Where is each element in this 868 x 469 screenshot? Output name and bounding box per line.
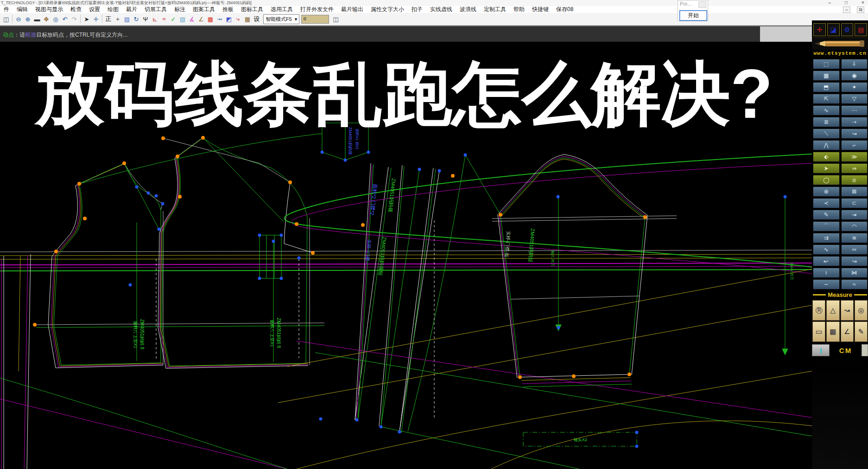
curve-point[interactable] xyxy=(464,154,467,157)
pattern-line[interactable] xyxy=(80,134,322,184)
pattern-line[interactable] xyxy=(500,156,646,216)
grade-point[interactable] xyxy=(54,250,58,253)
curve-point[interactable] xyxy=(258,277,261,280)
menu-item[interactable]: 裁片 xyxy=(122,6,141,13)
pattern-line[interactable] xyxy=(19,256,20,371)
sidebar-tool[interactable]: ∼ xyxy=(813,279,840,289)
grade-point[interactable] xyxy=(178,195,182,199)
curve-point[interactable] xyxy=(635,445,639,448)
sidebar-tool[interactable]: ✦ xyxy=(841,82,868,92)
toolbar-button-hatch[interactable]: ▧ xyxy=(178,14,187,24)
toolbar-button-save[interactable]: ◫ xyxy=(1,14,11,24)
curve-point[interactable] xyxy=(398,430,401,434)
curve-point[interactable] xyxy=(147,192,150,195)
menu-item[interactable]: 扣子 xyxy=(408,6,426,13)
toolbar-button-grid[interactable]: ▦ xyxy=(243,14,252,24)
sidebar-tool[interactable]: ⇒ xyxy=(841,163,868,173)
toolbar-button-flip[interactable]: ⤞ xyxy=(215,14,224,24)
pattern-line[interactable] xyxy=(203,138,284,222)
menu-item[interactable]: 检查 xyxy=(67,6,85,13)
grade-point[interactable] xyxy=(627,373,631,376)
minimize-button[interactable]: – xyxy=(826,0,833,6)
toolbar-button-settings[interactable]: 设 xyxy=(252,14,261,24)
sidebar-tool[interactable]: ✎ xyxy=(813,210,840,220)
start-button[interactable]: 开始 xyxy=(679,10,707,21)
menu-item[interactable]: 切展工具 xyxy=(141,6,171,13)
pattern-line[interactable] xyxy=(465,155,501,215)
close-button[interactable]: × xyxy=(860,0,866,6)
curve-point[interactable] xyxy=(557,326,560,329)
toolbar-button-move[interactable]: ✛ xyxy=(91,14,101,24)
pattern-line[interactable] xyxy=(782,349,788,355)
pattern-line[interactable] xyxy=(381,427,579,469)
menu-item[interactable]: 标注 xyxy=(171,6,189,13)
toolbar-button-parallel[interactable]: ＝ xyxy=(159,14,169,24)
sidebar-tool[interactable]: ⌐ xyxy=(841,140,868,150)
sidebar-tool[interactable]: ⬚ xyxy=(813,59,840,69)
curve-point[interactable] xyxy=(298,257,301,260)
curve-point[interactable] xyxy=(557,195,560,199)
menu-item[interactable]: 件 xyxy=(0,6,13,13)
menu-item[interactable]: 推板 xyxy=(219,6,237,13)
layers-icon[interactable]: ▤ xyxy=(855,23,867,36)
curve-point[interactable] xyxy=(129,283,132,287)
pattern-line[interactable] xyxy=(297,371,812,469)
pattern-line[interactable] xyxy=(124,163,159,229)
grade-point[interactable] xyxy=(77,182,81,186)
curve-point[interactable] xyxy=(438,169,441,173)
sidebar-tool[interactable]: ≫ xyxy=(841,152,868,162)
pattern-line[interactable] xyxy=(0,250,812,252)
sidebar-tool[interactable]: ▽ xyxy=(841,94,868,104)
curve-point[interactable] xyxy=(158,228,161,231)
pattern-line[interactable] xyxy=(51,165,163,367)
curve-point[interactable] xyxy=(272,240,275,243)
curve-point[interactable] xyxy=(280,277,283,280)
pattern-line[interactable] xyxy=(0,266,812,268)
toolbar-button-brush[interactable]: ▨ xyxy=(122,14,132,24)
calculator-icon[interactable] xyxy=(862,344,868,356)
sidebar-tool[interactable]: ◉ xyxy=(841,71,868,81)
grade-point[interactable] xyxy=(572,374,576,378)
pattern-line[interactable] xyxy=(0,270,812,271)
sidebar-tool[interactable]: ∾ xyxy=(841,244,868,255)
sidebar-tool[interactable]: ⇩ xyxy=(841,59,868,69)
pattern-line[interactable] xyxy=(499,154,647,215)
curve-point[interactable] xyxy=(635,431,639,434)
maximize-button[interactable]: □ xyxy=(843,0,849,6)
pattern-line[interactable] xyxy=(632,215,647,375)
sidebar-tool[interactable]: ∿ xyxy=(813,105,840,116)
toolbar-button-rotate[interactable]: ↻ xyxy=(132,14,141,24)
sidebar-tool[interactable]: ↝ xyxy=(841,128,868,139)
toolbar-button-full-screen[interactable]: ▬ xyxy=(32,14,42,24)
curve-point[interactable] xyxy=(321,151,324,154)
measure-tool[interactable]: △ xyxy=(826,300,839,321)
toolbar-button-shear[interactable]: ◩ xyxy=(224,14,234,24)
measure-tool[interactable]: ✎ xyxy=(855,321,868,342)
toolbar-button-perpendicular[interactable]: ⊾ xyxy=(150,14,159,24)
menu-item[interactable]: 快捷键 xyxy=(528,6,552,13)
menu-item[interactable]: 设置 xyxy=(85,6,104,13)
sidebar-tool[interactable]: ▦ xyxy=(813,71,840,81)
grade-point[interactable] xyxy=(176,154,179,158)
sidebar-tool[interactable]: ⊕ xyxy=(813,186,840,197)
curve-point[interactable] xyxy=(367,151,370,154)
measure-tool[interactable]: ∠ xyxy=(841,321,854,342)
sidebar-tool[interactable]: ∿ xyxy=(813,244,840,255)
menu-item[interactable]: 编辑 xyxy=(13,6,32,13)
sidebar-tool[interactable]: ⋀ xyxy=(813,140,840,150)
menu-item[interactable]: 裁片输出 xyxy=(337,6,367,13)
toolbar-button-zoom-out[interactable]: ⊖ xyxy=(14,14,23,24)
grade-point[interactable] xyxy=(311,251,315,255)
toolbar-button-select[interactable]: ➤ xyxy=(82,14,91,24)
menu-item[interactable]: 视图与显示 xyxy=(32,6,67,13)
toolbar-button-color-fill[interactable]: ▦ xyxy=(206,14,215,24)
curve-point[interactable] xyxy=(380,425,383,429)
sidebar-tool[interactable]: ⊠ xyxy=(841,186,868,197)
grade-point[interactable] xyxy=(499,213,502,217)
toolbar-button-hook[interactable]: ⤷ xyxy=(234,14,243,24)
curve-point[interactable] xyxy=(135,186,139,189)
pattern-line[interactable] xyxy=(629,217,645,374)
menu-item[interactable]: 帮助 xyxy=(510,6,528,13)
cursor-toggle-button[interactable]: ❙ xyxy=(812,344,830,356)
sidebar-tool[interactable]: ◯ xyxy=(813,175,840,185)
